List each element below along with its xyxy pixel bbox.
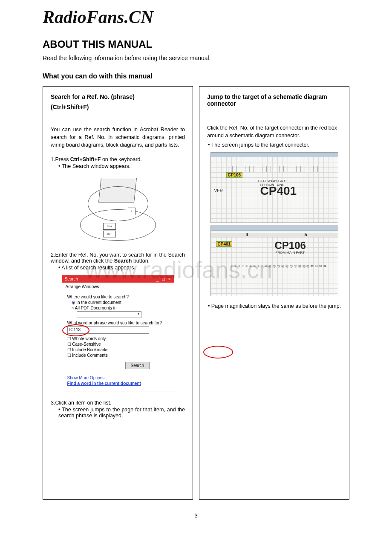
step-1-post: on the keyboard. bbox=[101, 156, 142, 162]
radio-current-doc[interactable]: In the current document bbox=[72, 300, 169, 305]
right-panel: Jump to the target of a schematic diagra… bbox=[199, 86, 349, 500]
page-number: 3 bbox=[43, 512, 349, 519]
step-2-bullet: A list of search results appears. bbox=[58, 265, 185, 271]
search-window-titlebar: Search _ □ × bbox=[62, 275, 174, 283]
ruler-mark-5: 5 bbox=[211, 232, 338, 236]
step-3: 3.Click an item on the list. bbox=[51, 400, 185, 406]
search-button[interactable]: Search bbox=[125, 362, 150, 369]
left-panel-subtitle: (Ctrl+Shift+F) bbox=[51, 104, 185, 110]
page-title: ABOUT THIS MANUAL bbox=[43, 38, 349, 50]
link-more-options[interactable]: Show More Options bbox=[67, 376, 169, 380]
step-1-pre: 1.Press bbox=[51, 156, 70, 162]
pdf-location-dropdown[interactable] bbox=[77, 311, 141, 318]
left-desc: You can use the search function in Acrob… bbox=[51, 126, 185, 149]
connector-badge-cp401[interactable]: CP401 bbox=[216, 241, 233, 247]
where-label: Where would you like to search? bbox=[67, 295, 169, 299]
intro-text: Read the following information before us… bbox=[43, 55, 349, 61]
schematic-bottom: 4 5 CP401 CP106 FROM MAIN PART ① ② ③ ④ ⑤… bbox=[210, 225, 338, 296]
chk-include-bookmarks[interactable]: Include Bookmarks bbox=[67, 347, 169, 352]
subheading: What you can do with this manual bbox=[43, 72, 349, 80]
key-ctrl: Ctrl bbox=[103, 231, 116, 237]
step-2-btn: Search bbox=[114, 258, 132, 264]
highlight-circle-icon bbox=[62, 324, 89, 336]
brand-header: RadioFans.CN bbox=[0, 0, 392, 31]
window-controls-icon[interactable]: _ □ × bbox=[156, 277, 171, 281]
schematic-toolbar bbox=[211, 226, 338, 231]
search-window-title: Search bbox=[65, 277, 78, 281]
step-3-bullet: The screen jumps to the page for that it… bbox=[58, 407, 185, 419]
right-panel-title: Jump to the target of a schematic diagra… bbox=[207, 93, 341, 107]
left-panel: Search for a Ref. No. (phrase) (Ctrl+Shi… bbox=[43, 86, 193, 500]
step-1: 1.Press Ctrl+Shift+F on the keyboard. bbox=[51, 156, 185, 162]
chk-whole-words[interactable]: Whole words only bbox=[67, 336, 169, 341]
step-1-keys: Ctrl+Shift+F bbox=[70, 156, 101, 162]
laptop-ellipse bbox=[80, 209, 156, 241]
arrange-windows-row[interactable]: Arrange Windows bbox=[62, 283, 174, 291]
step-1-bullet: The Search window appears. bbox=[58, 163, 185, 169]
step-2-post: button. bbox=[132, 258, 150, 264]
key-shift: Shift bbox=[103, 223, 116, 230]
link-find-word[interactable]: Find a word in the current document bbox=[67, 381, 169, 386]
key-f: F bbox=[128, 208, 135, 215]
step-2: 2.Enter the Ref. No. you want to search … bbox=[51, 252, 185, 264]
left-panel-title: Search for a Ref. No. (phrase) bbox=[51, 93, 185, 100]
connector-badge-cp106[interactable]: CP106 bbox=[226, 172, 243, 178]
content: ABOUT THIS MANUAL Read the following inf… bbox=[0, 38, 392, 519]
right-bullet-1: The screen jumps to the target connector… bbox=[208, 142, 341, 148]
schematic-top: CP106 VER TO DISPLAY PART To FRONT UNIT … bbox=[210, 152, 338, 223]
cp401-label: CP401 bbox=[260, 184, 297, 198]
radio-all-pdf[interactable]: All PDF Documents in bbox=[72, 306, 169, 310]
laptop-illustration: F Shift Ctrl bbox=[78, 173, 159, 246]
right-desc: Click the Ref. No. of the target connect… bbox=[207, 124, 341, 139]
ver-label: VER bbox=[214, 188, 223, 193]
cp106-subtitle: FROM MAIN PART bbox=[276, 251, 305, 254]
pin-numbers: ① ② ③ ④ ⑤ ⑥ ⑦ ⑧ ⑨ ⑩ ⑪ ⑫ ⑬ ⑭ ⑮ ⑯ ⑰ ⑱ ⑲ ⑳ … bbox=[231, 264, 327, 269]
schematic-figure: CP106 VER TO DISPLAY PART To FRONT UNIT … bbox=[210, 152, 338, 296]
right-bullet-2: Page magnification stays the same as bef… bbox=[208, 303, 341, 309]
pin-row bbox=[224, 166, 322, 172]
cp106-label: CP106 bbox=[275, 240, 306, 251]
chk-case-sensitive[interactable]: Case-Sensitive bbox=[67, 342, 169, 347]
arrange-windows-label: Arrange Windows bbox=[66, 284, 99, 289]
chk-include-comments[interactable]: Include Comments bbox=[67, 353, 169, 358]
search-window: Search _ □ × Arrange Windows Where would… bbox=[62, 275, 174, 391]
